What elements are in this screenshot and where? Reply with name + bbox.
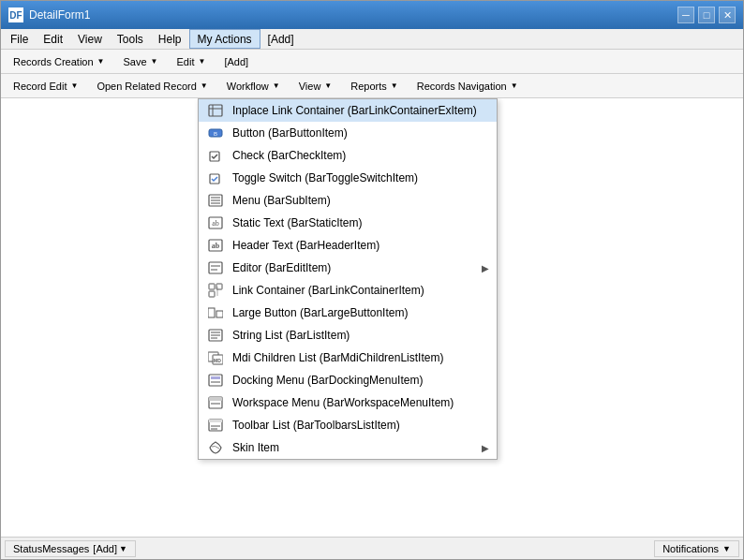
link-container-label: Link Container (BarLinkContainerItem) bbox=[232, 284, 489, 297]
records-creation-arrow: ▼ bbox=[97, 57, 105, 66]
docking-menu-icon bbox=[206, 373, 225, 388]
toolbar-edit[interactable]: Edit ▼ bbox=[169, 52, 215, 71]
toggle-switch-label: Toggle Switch (BarToggleSwitchItem) bbox=[232, 171, 489, 184]
menu-view[interactable]: View bbox=[70, 29, 110, 49]
main-window: DF DetailForm1 ─ □ ✕ File Edit View Tool… bbox=[0, 0, 744, 560]
toolbar-row-1: Records Creation ▼ Save ▼ Edit ▼ [Add] bbox=[1, 50, 743, 74]
title-bar-buttons: ─ □ ✕ bbox=[677, 7, 736, 23]
status-messages[interactable]: StatusMessages [Add] ▼ bbox=[5, 540, 136, 557]
status-notifications[interactable]: Notifications ▼ bbox=[654, 540, 739, 557]
svg-rect-0 bbox=[209, 105, 222, 116]
close-button[interactable]: ✕ bbox=[719, 7, 736, 23]
title-bar: DF DetailForm1 ─ □ ✕ bbox=[1, 1, 743, 29]
string-list-label: String List (BarListItem) bbox=[232, 329, 489, 342]
toolbar-workflow[interactable]: Workflow ▼ bbox=[218, 77, 289, 96]
string-list-icon bbox=[206, 328, 225, 343]
dropdown-item-workspace-menu[interactable]: Workspace Menu (BarWorkspaceMenuItem) bbox=[199, 391, 497, 414]
menu-label: Menu (BarSubItem) bbox=[232, 194, 489, 207]
menu-my-actions[interactable]: My Actions bbox=[189, 29, 260, 49]
dropdown-item-link-container[interactable]: Link Container (BarLinkContainerItem) bbox=[199, 279, 497, 302]
view-arrow: ▼ bbox=[324, 81, 332, 90]
svg-rect-35 bbox=[209, 397, 222, 401]
dropdown-item-docking-menu[interactable]: Docking Menu (BarDockingMenuItem) bbox=[199, 369, 497, 391]
status-bar: StatusMessages [Add] ▼ Notifications ▼ bbox=[1, 537, 743, 559]
svg-text:ab: ab bbox=[212, 242, 220, 250]
dropdown-item-toolbar-list[interactable]: Toolbar List (BarToolbarsListItem) bbox=[199, 414, 497, 436]
link-container-icon bbox=[206, 283, 225, 298]
dropdown-item-mdi-children-list[interactable]: MD Mdi Children List (BarMdiChildrenList… bbox=[199, 346, 497, 369]
toolbar-list-icon bbox=[206, 418, 225, 433]
toolbar-records-creation[interactable]: Records Creation ▼ bbox=[5, 52, 113, 71]
dropdown-item-header-text[interactable]: ab Header Text (BarHeaderItem) bbox=[199, 234, 497, 257]
menu-icon bbox=[206, 193, 225, 208]
edit-arrow: ▼ bbox=[198, 57, 205, 66]
svg-rect-15 bbox=[209, 262, 222, 273]
skin-item-icon bbox=[206, 440, 225, 455]
toolbar-open-related-record[interactable]: Open Related Record ▼ bbox=[88, 77, 216, 96]
workspace-menu-label: Workspace Menu (BarWorkspaceMenuItem) bbox=[232, 396, 489, 409]
svg-rect-32 bbox=[211, 376, 220, 379]
notifications-arrow: ▼ bbox=[722, 544, 731, 553]
check-icon bbox=[206, 148, 225, 163]
save-arrow: ▼ bbox=[151, 57, 158, 66]
window-title: DetailForm1 bbox=[29, 8, 677, 22]
svg-rect-31 bbox=[209, 375, 222, 386]
dropdown-item-static-text[interactable]: ab Static Text (BarStaticItem) bbox=[199, 212, 497, 234]
dropdown-item-check[interactable]: Check (BarCheckItem) bbox=[199, 144, 497, 167]
svg-rect-23 bbox=[216, 311, 223, 317]
header-text-icon: ab bbox=[206, 238, 225, 253]
dropdown-item-button[interactable]: B Button (BarButtonItem) bbox=[199, 122, 497, 144]
dropdown-item-menu[interactable]: Menu (BarSubItem) bbox=[199, 189, 497, 212]
menu-help[interactable]: Help bbox=[151, 29, 189, 49]
toolbar-reports[interactable]: Reports ▼ bbox=[342, 77, 406, 96]
menu-tools[interactable]: Tools bbox=[110, 29, 151, 49]
svg-rect-18 bbox=[209, 284, 215, 289]
svg-text:B: B bbox=[214, 131, 217, 137]
svg-text:MD: MD bbox=[214, 358, 221, 363]
large-button-label: Large Button (BarLargeButtonItem) bbox=[232, 306, 489, 319]
menu-edit[interactable]: Edit bbox=[36, 29, 70, 49]
record-edit-arrow: ▼ bbox=[70, 81, 78, 90]
dropdown-item-editor[interactable]: Editor (BarEditItem) ▶ bbox=[199, 257, 497, 279]
menu-bar: File Edit View Tools Help My Actions [Ad… bbox=[1, 29, 743, 50]
toolbar-view[interactable]: View ▼ bbox=[290, 77, 341, 96]
toolbar-save[interactable]: Save ▼ bbox=[115, 52, 167, 71]
toolbar-list-label: Toolbar List (BarToolbarsListItem) bbox=[232, 419, 489, 432]
dropdown-item-inplace-link-container[interactable]: Inplace Link Container (BarLinkContainer… bbox=[199, 99, 497, 122]
toggle-switch-icon bbox=[206, 170, 225, 185]
docking-menu-label: Docking Menu (BarDockingMenuItem) bbox=[232, 374, 489, 387]
toolbar-add-bracket[interactable]: [Add] bbox=[216, 52, 257, 71]
inplace-link-container-label: Inplace Link Container (BarLinkContainer… bbox=[232, 104, 489, 117]
dropdown-item-string-list[interactable]: String List (BarListItem) bbox=[199, 324, 497, 346]
editor-submenu-arrow: ▶ bbox=[482, 263, 489, 273]
static-text-icon: ab bbox=[206, 215, 225, 230]
dropdown-item-large-button[interactable]: Large Button (BarLargeButtonItem) bbox=[199, 302, 497, 324]
menu-file[interactable]: File bbox=[3, 29, 36, 49]
maximize-button[interactable]: □ bbox=[698, 7, 715, 23]
toolbar-row-2: Record Edit ▼ Open Related Record ▼ Work… bbox=[1, 74, 743, 98]
button-label: Button (BarButtonItem) bbox=[232, 126, 489, 140]
records-navigation-arrow: ▼ bbox=[511, 81, 518, 90]
dropdown-item-skin-item[interactable]: Skin Item ▶ bbox=[199, 436, 497, 459]
svg-text:ab: ab bbox=[212, 219, 219, 228]
inplace-link-container-icon bbox=[206, 103, 225, 118]
workspace-menu-icon bbox=[206, 395, 225, 410]
check-label: Check (BarCheckItem) bbox=[232, 149, 489, 162]
toolbar-records-navigation[interactable]: Records Navigation ▼ bbox=[409, 77, 527, 96]
button-icon: B bbox=[206, 125, 225, 140]
dropdown-menu: Inplace Link Container (BarLinkContainer… bbox=[198, 98, 498, 460]
open-related-arrow: ▼ bbox=[201, 81, 208, 90]
menu-add[interactable]: [Add] bbox=[260, 29, 302, 49]
toolbar-record-edit[interactable]: Record Edit ▼ bbox=[5, 77, 86, 96]
dropdown-item-toggle-switch[interactable]: Toggle Switch (BarToggleSwitchItem) bbox=[199, 167, 497, 189]
mdi-icon: MD bbox=[206, 350, 225, 365]
editor-label: Editor (BarEditItem) bbox=[232, 261, 474, 274]
skin-item-label: Skin Item bbox=[232, 441, 474, 454]
minimize-button[interactable]: ─ bbox=[677, 7, 694, 23]
window-icon: DF bbox=[8, 7, 23, 22]
editor-icon bbox=[206, 260, 225, 275]
content-area: Inplace Link Container (BarLinkContainer… bbox=[1, 98, 743, 537]
svg-rect-20 bbox=[209, 291, 215, 297]
mdi-children-list-label: Mdi Children List (BarMdiChildrenListIte… bbox=[232, 351, 489, 364]
status-messages-arrow: ▼ bbox=[119, 544, 127, 553]
